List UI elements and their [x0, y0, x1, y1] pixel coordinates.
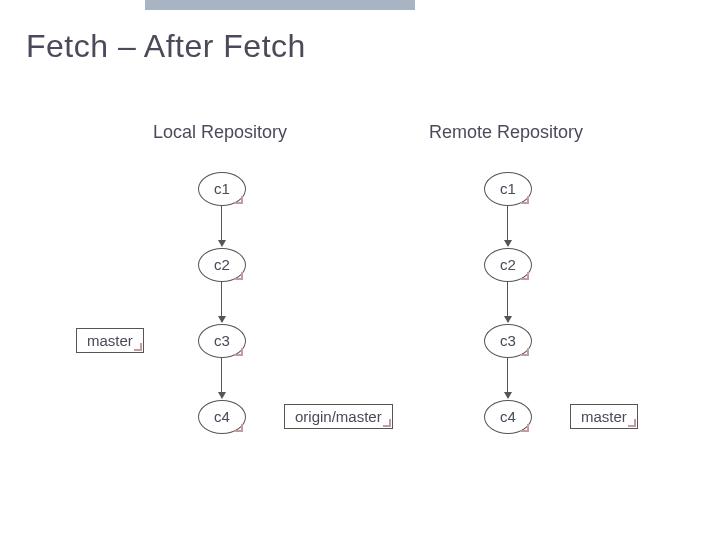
header-accent-bar — [145, 0, 415, 10]
arrow-remote-c1-c2 — [507, 206, 508, 246]
remote-commit-c4: c4 — [484, 400, 532, 434]
slide-title: Fetch – After Fetch — [26, 28, 306, 65]
remote-commit-c2: c2 — [484, 248, 532, 282]
remote-master-pointer: master — [570, 404, 638, 429]
origin-master-pointer: origin/master — [284, 404, 393, 429]
remote-commit-c1: c1 — [484, 172, 532, 206]
local-commit-c3: c3 — [198, 324, 246, 358]
arrow-remote-c3-c4 — [507, 358, 508, 398]
local-master-pointer: master — [76, 328, 144, 353]
arrow-remote-c2-c3 — [507, 282, 508, 322]
local-commit-c1: c1 — [198, 172, 246, 206]
local-commit-c4: c4 — [198, 400, 246, 434]
arrow-local-c2-c3 — [221, 282, 222, 322]
remote-commit-c3: c3 — [484, 324, 532, 358]
remote-repo-heading: Remote Repository — [406, 122, 606, 143]
local-repo-heading: Local Repository — [120, 122, 320, 143]
arrow-local-c1-c2 — [221, 206, 222, 246]
local-commit-c2: c2 — [198, 248, 246, 282]
arrow-local-c3-c4 — [221, 358, 222, 398]
